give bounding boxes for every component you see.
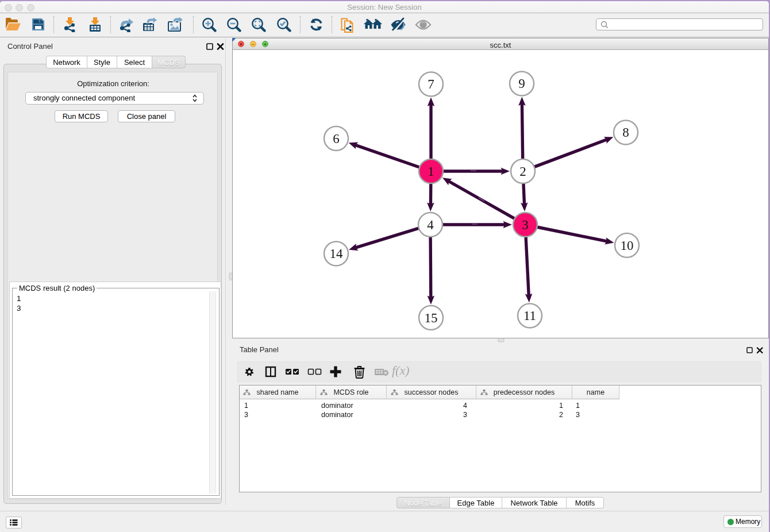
svg-text:7: 7: [428, 77, 434, 91]
svg-text:3: 3: [522, 218, 529, 232]
svg-text:4: 4: [427, 218, 434, 232]
svg-text:1: 1: [428, 164, 434, 179]
svg-text:9: 9: [518, 76, 525, 91]
svg-text:2: 2: [519, 164, 526, 179]
svg-text:8: 8: [622, 125, 629, 140]
svg-text:14: 14: [330, 246, 344, 261]
svg-text:11: 11: [523, 309, 536, 323]
svg-text:15: 15: [425, 311, 438, 325]
svg-text:10: 10: [621, 238, 634, 253]
svg-text:6: 6: [333, 132, 340, 146]
